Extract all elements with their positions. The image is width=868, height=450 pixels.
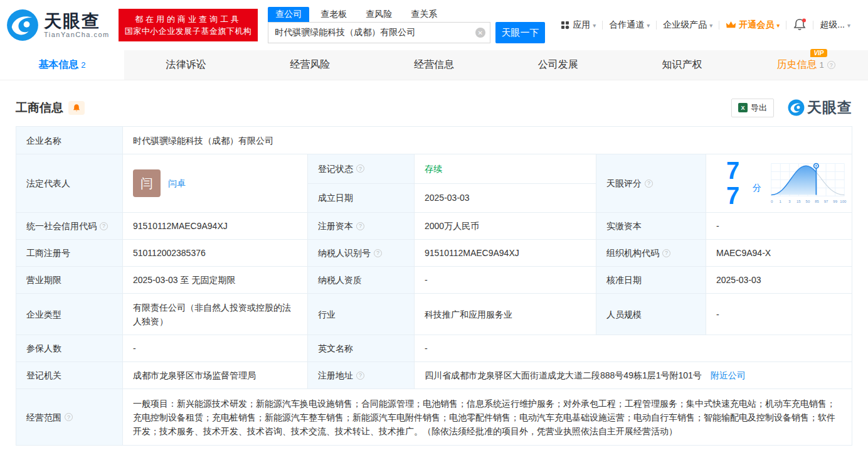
field-label-score: 天眼评分 ? — [596, 154, 706, 213]
svg-text:50: 50 — [806, 200, 810, 203]
tab-history-info[interactable]: 历史信息 VIP 1 ? — [744, 50, 868, 80]
search-input[interactable] — [268, 22, 490, 43]
svg-text:15: 15 — [797, 200, 801, 203]
chevron-down-icon: ▾ — [709, 22, 712, 29]
tab-intellectual-property[interactable]: 知识产权 — [620, 50, 744, 80]
vip-badge: VIP — [810, 49, 827, 57]
legal-rep-link[interactable]: 闫卓 — [168, 176, 186, 190]
tab-legal-proceedings[interactable]: 法律诉讼 — [124, 50, 248, 80]
notifications-bell[interactable] — [786, 18, 813, 33]
business-info-table: 企业名称 时代骐骥绿能科技（成都）有限公司 法定代表人 闫 闫卓 登记状态 ? … — [16, 126, 852, 446]
nav-enterprise[interactable]: 企业级产品 ▾ — [657, 19, 719, 31]
field-value-company-type: 有限责任公司（非自然人投资或控股的法人独资） — [123, 294, 308, 335]
address-text: 四川省成都市龙泉驿区大面街道成龙大道二段888号49栋1层1号附101号 — [425, 370, 702, 380]
search-tab-risk[interactable]: 查风险 — [358, 7, 400, 22]
nav-super-vip[interactable]: 超级... ▾ — [813, 19, 857, 31]
field-label-industry: 行业 — [308, 294, 415, 335]
export-button[interactable]: X 导出 — [731, 99, 774, 117]
table-row: 登记机关 成都市龙泉驿区市场监督管理局 注册地址 ? 四川省成都市龙泉驿区大面街… — [16, 362, 852, 389]
help-icon[interactable]: ? — [356, 164, 364, 173]
company-tabs: 基本信息 2 法律诉讼 经营风险 经营信息 公司发展 知识产权 历史信息 VIP… — [0, 50, 868, 80]
clear-icon[interactable]: ✕ — [475, 28, 485, 38]
legal-rep-avatar[interactable]: 闫 — [133, 169, 161, 197]
field-value-taxpayer-qualification: - — [415, 267, 596, 294]
field-value-taxpayer-id: 91510112MAEC9A94XJ — [415, 240, 596, 267]
field-value-establish-date: 2025-03-03 — [415, 183, 596, 213]
help-icon[interactable]: ? — [662, 249, 670, 257]
search-tab-relation[interactable]: 查关系 — [403, 7, 445, 22]
field-label-staff-size: 人员规模 — [596, 294, 706, 335]
field-label-uscc: 统一社会信用代码 ? — [16, 213, 123, 240]
tab-operating-risk[interactable]: 经营风险 — [248, 50, 372, 80]
status-badge: 存续 — [425, 164, 442, 174]
search-button[interactable]: 天眼一下 — [495, 22, 546, 43]
tianyancha-logo-icon — [6, 9, 39, 41]
search-tab-boss[interactable]: 查老板 — [313, 7, 354, 22]
field-value-business-scope: 一般项目：新兴能源技术研发；新能源汽车换电设施销售；合同能源管理；电池销售；信息… — [123, 389, 852, 446]
section-title: 工商信息 — [16, 100, 63, 116]
nav-partner[interactable]: 合作通道 ▾ — [603, 19, 656, 31]
subscribe-bell-button[interactable] — [68, 101, 85, 115]
tab-count: 2 — [81, 60, 85, 70]
section-header: 工商信息 X 导出 天眼查 — [16, 98, 852, 117]
tab-company-development[interactable]: 公司发展 — [496, 50, 620, 80]
tab-label: 历史信息 — [777, 58, 817, 72]
search-tab-company[interactable]: 查公司 — [268, 7, 309, 22]
table-row: 统一社会信用代码 ? 91510112MAEC9A94XJ 注册资本 ? 200… — [16, 213, 852, 240]
svg-text:99: 99 — [833, 200, 837, 203]
field-value-reg-address: 四川省成都市龙泉驿区大面街道成龙大道二段888号49栋1层1号附101号 附近公… — [415, 362, 852, 389]
table-row: 营业期限 2025-03-03 至 无固定期限 纳税人资质 - 核准日期 202… — [16, 267, 852, 294]
field-label-org-code: 组织机构代码 ? — [596, 240, 706, 267]
banner-line1: 都在用的商业查询工具 — [125, 13, 252, 25]
export-label: 导出 — [751, 102, 767, 114]
help-icon[interactable]: ? — [374, 249, 382, 257]
field-label-text: 天眼评分 — [606, 176, 642, 190]
tab-basic-info[interactable]: 基本信息 2 — [0, 50, 124, 80]
field-label-english-name: 英文名称 — [308, 335, 415, 362]
tab-label: 公司发展 — [538, 58, 578, 72]
field-value-approval-date: 2025-03-03 — [706, 267, 852, 294]
field-value-reg-status: 存续 — [415, 154, 596, 184]
nav-open-vip[interactable]: 开通会员 ▾ — [719, 19, 786, 31]
field-value-insured-count: - — [123, 335, 308, 362]
help-icon[interactable]: ? — [100, 222, 108, 230]
top-nav: 应用 ▾ 合作通道 ▾ 企业级产品 ▾ 开通会员 ▾ — [554, 18, 857, 33]
tab-label: 基本信息 — [38, 58, 78, 72]
field-value-paid-capital: - — [706, 213, 852, 240]
table-row: 企业类型 有限责任公司（非自然人投资或控股的法人独资） 行业 科技推广和应用服务… — [16, 294, 852, 335]
tab-business-info[interactable]: 经营信息 — [372, 50, 496, 80]
field-value-registry: 成都市龙泉驿区市场监督管理局 — [123, 362, 308, 389]
help-icon[interactable]: ? — [356, 222, 364, 230]
field-label-approval-date: 核准日期 — [596, 267, 706, 294]
tab-label: 知识产权 — [662, 58, 702, 72]
nav-enterprise-label: 企业级产品 — [663, 19, 707, 31]
nav-apps[interactable]: 应用 ▾ — [554, 19, 602, 31]
field-label-legal-rep: 法定代表人 — [16, 154, 123, 213]
crown-icon — [726, 21, 736, 29]
help-icon[interactable]: ? — [827, 61, 835, 69]
help-icon[interactable]: ? — [356, 372, 364, 380]
field-label-text: 注册资本 — [318, 219, 353, 233]
field-label-taxpayer-qualification: 纳税人资质 — [308, 267, 415, 294]
tianyancha-logo-icon — [788, 99, 805, 116]
field-value-org-code: MAEC9A94-X — [706, 240, 852, 267]
field-label-text: 纳税人识别号 — [318, 246, 371, 260]
svg-text:100: 100 — [840, 200, 847, 203]
field-label-text: 统一社会信用代码 — [26, 219, 97, 233]
tab-label: 经营信息 — [414, 58, 454, 72]
field-value-reg-number: 510112002385376 — [123, 240, 308, 267]
field-label-reg-status: 登记状态 ? — [308, 154, 415, 184]
tianyancha-logo[interactable]: 天眼查 TianYanCha.com — [6, 9, 110, 41]
tab-count: 1 — [820, 60, 824, 70]
field-label-taxpayer-id: 纳税人识别号 ? — [308, 240, 415, 267]
help-icon[interactable]: ? — [65, 413, 73, 421]
logo-domain: TianYanCha.com — [44, 31, 110, 38]
table-row: 参保人数 - 英文名称 - — [16, 335, 852, 362]
banner-line2: 国家中小企业发展子基金旗下机构 — [125, 25, 252, 37]
chevron-down-icon: ▾ — [647, 22, 650, 29]
table-row: 企业名称 时代骐骥绿能科技（成都）有限公司 — [16, 127, 852, 154]
search-block: 查公司 查老板 查风险 查关系 ✕ 天眼一下 — [268, 7, 545, 43]
apps-grid-icon — [561, 21, 569, 29]
help-icon[interactable]: ? — [645, 179, 653, 188]
nearby-companies-link[interactable]: 附近公司 — [711, 370, 746, 380]
